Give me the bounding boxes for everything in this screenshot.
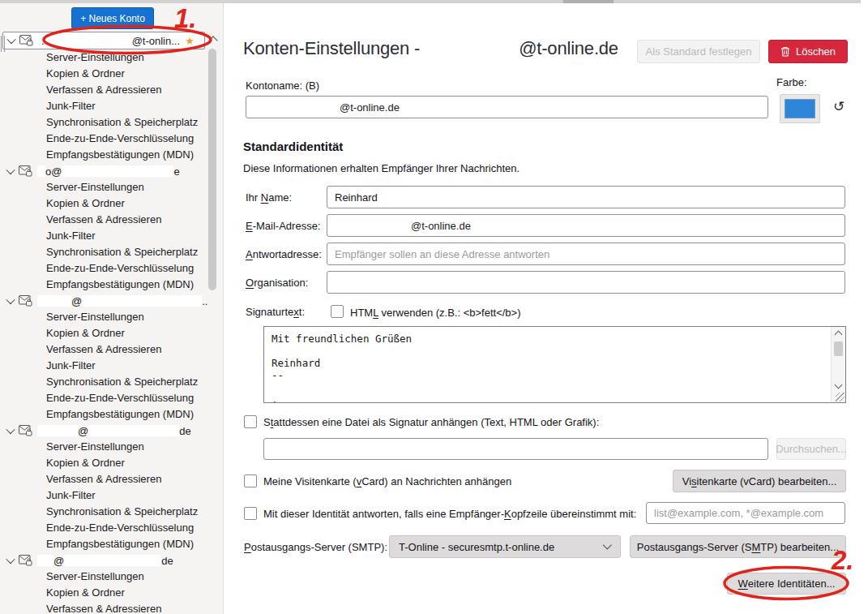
sidebar-item[interactable]: Synchronisation & Speicherplatz	[0, 504, 207, 520]
sidebar-item[interactable]: Server-Einstellungen	[0, 569, 207, 585]
html-signature-checkbox[interactable]	[331, 305, 344, 318]
sidebar-item[interactable]: Ende-zu-Ende-Verschlüsselung	[0, 260, 207, 277]
signature-textarea[interactable]: Mit freundlichen Grüßen Reinhard -- .	[263, 326, 846, 403]
sidebar-item[interactable]: Ende-zu-Ende-Verschlüsselung	[0, 520, 207, 536]
scroll-down-icon[interactable]	[835, 381, 843, 389]
redacted-text	[45, 35, 132, 46]
sidebar-item[interactable]: Synchronisation & Speicherplatz	[0, 114, 207, 131]
redacted-text	[37, 555, 53, 566]
page-title-suffix: @t-online.de	[519, 38, 618, 58]
attach-signature-file-checkbox[interactable]	[244, 415, 257, 428]
mail-account-icon	[19, 295, 32, 307]
sidebar-item[interactable]: Kopien & Ordner	[0, 195, 207, 212]
html-signature-checkbox-label: HTML verwenden (z.B.: <b>fett</b>)	[350, 307, 521, 319]
signature-label: Signaturtext:	[246, 306, 305, 318]
redacted-text	[37, 165, 45, 177]
sidebar-item[interactable]: Ende-zu-Ende-Verschlüsselung	[0, 131, 207, 147]
sidebar-item[interactable]: Empfangsbestätigungen (MDN)	[0, 277, 207, 293]
set-default-button[interactable]: Als Standard festlegen	[637, 40, 760, 63]
sidebar-item[interactable]: Kopien & Ordner	[0, 325, 207, 341]
smtp-server-select[interactable]: T-Online - securesmtp.t-online.de	[389, 535, 621, 558]
email-address-input[interactable]: @t-online.de	[327, 214, 845, 237]
sidebar-item[interactable]: Kopien & Ordner	[0, 455, 207, 471]
reset-color-icon[interactable]: ↺	[833, 100, 844, 114]
delete-account-button[interactable]: Löschen	[768, 40, 848, 63]
account-row[interactable]: @..	[0, 293, 207, 309]
sidebar-item[interactable]: Synchronisation & Speicherplatz	[0, 244, 207, 260]
reply-from-identity-checkbox[interactable]	[244, 507, 257, 520]
default-identity-heading: Standardidentität	[243, 140, 343, 153]
scroll-up-icon[interactable]	[835, 331, 843, 339]
smtp-server-selected-option: T-Online - securesmtp.t-online.de	[399, 541, 554, 553]
sidebar-scrollbar-thumb[interactable]	[208, 49, 216, 290]
sidebar-item[interactable]: Verfassen & Adressieren	[0, 212, 207, 228]
sidebar-item[interactable]: Synchronisation & Speicherplatz	[0, 374, 207, 390]
sidebar-item[interactable]: Empfangsbestätigungen (MDN)	[0, 147, 207, 163]
sidebar-item[interactable]: Server-Einstellungen	[0, 49, 207, 66]
signature-scrollbar[interactable]	[831, 327, 845, 402]
account-row[interactable]: @de	[0, 552, 207, 569]
attach-vcard-label: Meine Visitenkarte (vCard) an Nachrichte…	[263, 475, 511, 487]
sidebar-item[interactable]: Kopien & Ordner	[0, 66, 207, 82]
account-settings-window: + Neues Konto .@t-onlin...★Server-Einste…	[0, 0, 868, 614]
account-row[interactable]: @de	[0, 423, 207, 439]
sidebar-item[interactable]: Verfassen & Adressieren	[0, 601, 207, 614]
account-row[interactable]: .@t-onlin...★	[2, 32, 205, 49]
text-fragment: @t-onlin...	[132, 35, 180, 47]
chevron-down-icon[interactable]	[6, 165, 15, 174]
chevron-down-icon[interactable]	[6, 555, 15, 564]
account-name-input[interactable]: @t-online.de	[246, 96, 768, 118]
sidebar-item[interactable]: Server-Einstellungen	[0, 309, 207, 325]
account-color-picker[interactable]	[780, 94, 820, 123]
edit-smtp-server-button[interactable]: Postausgangs-Server (SMTP) bearbeiten...	[630, 535, 846, 558]
new-account-button[interactable]: + Neues Konto	[71, 7, 154, 29]
text-fragment: o@	[45, 165, 62, 178]
signature-scrollbar-thumb[interactable]	[834, 341, 843, 356]
mail-account-icon	[19, 165, 32, 177]
chevron-down-icon[interactable]	[6, 425, 15, 434]
more-identities-button[interactable]: Weitere Identitäten...	[727, 573, 846, 595]
trash-icon	[780, 46, 790, 57]
sidebar-item[interactable]: Empfangsbestätigungen (MDN)	[0, 406, 207, 423]
signature-file-input[interactable]	[263, 438, 768, 460]
accounts-sidebar: + Neues Konto .@t-onlin...★Server-Einste…	[0, 3, 224, 614]
redacted-text	[37, 295, 71, 307]
organization-input[interactable]	[327, 271, 845, 294]
redacted-text	[254, 101, 340, 113]
text-fragment: @	[71, 295, 82, 307]
chevron-down-icon[interactable]	[6, 295, 15, 304]
reply-to-label: Antwortadresse:	[246, 248, 322, 260]
redacted-text	[335, 220, 411, 231]
sidebar-item[interactable]: Kopien & Ordner	[0, 585, 207, 601]
default-identity-description: Diese Informationen erhalten Empfänger I…	[243, 162, 520, 174]
sidebar-item[interactable]: Junk-Filter	[0, 98, 207, 114]
catch-all-hint-input[interactable]	[646, 502, 845, 524]
sidebar-item[interactable]: Ende-zu-Ende-Verschlüsselung	[0, 390, 207, 406]
sidebar-item[interactable]: Verfassen & Adressieren	[0, 471, 207, 487]
chevron-down-icon[interactable]	[6, 35, 15, 44]
account-label: .@t-onlin...	[38, 35, 180, 47]
edit-vcard-button[interactable]: Visitenkarte (vCard) bearbeiten...	[673, 470, 846, 492]
reply-to-input[interactable]	[327, 243, 845, 265]
attach-signature-file-label: Stattdessen eine Datei als Signatur anhä…	[263, 416, 599, 428]
sidebar-item[interactable]: Empfangsbestätigungen (MDN)	[0, 536, 207, 552]
mail-account-icon	[19, 35, 33, 46]
sidebar-item[interactable]: Junk-Filter	[0, 487, 207, 504]
text-fragment: @	[53, 555, 64, 567]
sidebar-item[interactable]: Server-Einstellungen	[0, 439, 207, 455]
sidebar-item[interactable]: Verfassen & Adressieren	[0, 82, 207, 98]
sidebar-item[interactable]: Junk-Filter	[0, 228, 207, 244]
organization-label: Organisation:	[246, 277, 308, 289]
resize-grip-icon[interactable]	[836, 393, 844, 401]
sidebar-item[interactable]: Junk-Filter	[0, 358, 207, 374]
account-label: o@e	[37, 165, 180, 178]
your-name-input[interactable]	[327, 186, 845, 208]
sidebar-item[interactable]: Server-Einstellungen	[0, 179, 207, 195]
browse-button[interactable]: Durchsuchen...	[776, 438, 846, 460]
pane-splitter-handle[interactable]	[1, 36, 5, 52]
account-row[interactable]: o@e	[0, 163, 207, 179]
window-top-strip-segment	[563, 0, 614, 3]
attach-vcard-checkbox[interactable]	[244, 474, 257, 487]
sidebar-item[interactable]: Verfassen & Adressieren	[0, 341, 207, 358]
scroll-up-icon[interactable]	[208, 36, 217, 45]
